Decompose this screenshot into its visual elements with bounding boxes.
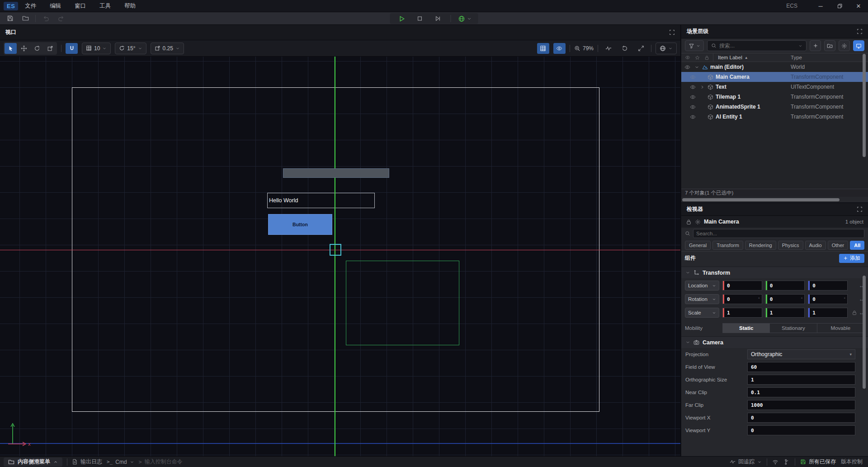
world-select-dropdown[interactable]	[458, 14, 472, 24]
select-tool-button[interactable]	[5, 43, 17, 54]
field-of-view-input[interactable]: 60	[747, 362, 855, 372]
tree-row-text[interactable]: Text UITextComponent	[681, 82, 868, 92]
close-button[interactable]: ✕	[849, 0, 868, 12]
location-x-input[interactable]: 0	[722, 281, 762, 291]
grid-snap-dropdown[interactable]: 10	[82, 43, 111, 54]
scale-x-input[interactable]: 1	[722, 308, 762, 318]
rotate-tool-button[interactable]	[31, 43, 43, 54]
gear-icon[interactable]	[695, 219, 701, 225]
uniform-scale-lock-icon[interactable]	[852, 310, 857, 315]
tree-row-animatedsprite[interactable]: AnimatedSprite 1 TransformComponent	[681, 102, 868, 112]
tree-row-tilemap[interactable]: Tilemap 1 TransformComponent	[681, 92, 868, 102]
chevron-right-icon[interactable]	[698, 85, 706, 90]
location-y-input[interactable]: 0	[765, 281, 805, 291]
save-button[interactable]	[5, 14, 15, 24]
scene-ui-button[interactable]: Button	[268, 214, 332, 235]
app-logo[interactable]: ES	[4, 2, 18, 10]
scale-space-dropdown[interactable]: Scale	[685, 308, 719, 318]
rotation-y-input[interactable]: 0°	[765, 294, 805, 304]
snap-toggle-button[interactable]	[66, 43, 78, 54]
eye-icon[interactable]	[687, 84, 698, 90]
rotation-z-input[interactable]: 0°	[808, 294, 848, 304]
display-sync-button[interactable]	[853, 40, 864, 51]
eye-icon[interactable]	[687, 114, 698, 120]
menu-edit[interactable]: 编辑	[43, 0, 68, 12]
stats-button[interactable]	[602, 43, 614, 54]
mobility-stationary[interactable]: Stationary	[769, 323, 817, 333]
hierarchy-vertical-scrollbar[interactable]	[863, 54, 866, 157]
viewport-world-dropdown[interactable]	[656, 43, 677, 54]
scene-green-rect[interactable]	[346, 261, 459, 345]
orthographic-size-input[interactable]: 1	[747, 375, 855, 385]
reset-view-button[interactable]	[618, 43, 631, 54]
undo-button[interactable]	[40, 14, 51, 24]
transform-section-header[interactable]: Transform	[681, 267, 868, 278]
fullscreen-button[interactable]	[635, 43, 647, 54]
rotation-snap-dropdown[interactable]: 15°	[115, 43, 146, 54]
filter-dropdown[interactable]	[685, 40, 704, 51]
eye-icon[interactable]	[687, 94, 698, 100]
redo-button[interactable]	[56, 14, 66, 24]
console-command-input[interactable]: > 输入控制台命令	[139, 458, 183, 466]
tab-transform[interactable]: Transform	[712, 241, 743, 250]
menu-file[interactable]: 文件	[18, 0, 43, 12]
gizmo-visibility-button[interactable]	[553, 43, 566, 54]
viewport-x-input[interactable]: 0	[747, 413, 855, 423]
rotation-space-dropdown[interactable]: Rotation	[685, 294, 719, 304]
grid-visibility-button[interactable]	[537, 43, 549, 54]
scale-y-input[interactable]: 1	[765, 308, 805, 318]
projection-dropdown[interactable]: Orthographic ▾	[747, 349, 855, 359]
tab-all[interactable]: All	[850, 241, 864, 250]
scale-snap-dropdown[interactable]: 0.25	[151, 43, 184, 54]
restore-button[interactable]	[830, 0, 849, 12]
play-button[interactable]	[396, 14, 407, 24]
mobility-static[interactable]: Static	[722, 323, 770, 333]
inspector-vertical-scrollbar[interactable]	[863, 276, 866, 389]
zoom-control[interactable]: 79%	[574, 45, 594, 52]
network-status-icon[interactable]	[772, 459, 778, 465]
chevron-down-icon[interactable]	[693, 65, 700, 70]
scene-canvas[interactable]: Hello World Button x	[0, 57, 680, 456]
open-folder-button[interactable]	[20, 14, 31, 24]
add-entity-button[interactable]	[810, 40, 821, 51]
tree-row-ai-entity[interactable]: AI Entity 1 TransformComponent	[681, 112, 868, 122]
tab-general[interactable]: General	[685, 241, 711, 250]
scale-tool-button[interactable]	[44, 43, 56, 54]
scene-gray-bar[interactable]	[283, 168, 389, 178]
selection-box[interactable]	[330, 244, 341, 256]
eye-icon[interactable]	[687, 74, 698, 80]
tab-rendering[interactable]: Rendering	[745, 241, 776, 250]
new-folder-button[interactable]	[824, 40, 835, 51]
scene-text-object[interactable]: Hello World	[267, 193, 375, 208]
near-clip-input[interactable]: 0.1	[747, 387, 855, 397]
column-item-label[interactable]: Item Label	[718, 55, 742, 60]
tab-physics[interactable]: Physics	[778, 241, 803, 250]
add-component-button[interactable]: 添加	[839, 254, 864, 263]
rotation-x-input[interactable]: 0°	[722, 294, 762, 304]
stop-button[interactable]	[415, 14, 425, 24]
tree-row-main[interactable]: main (Editor) World	[681, 62, 868, 72]
hierarchy-search-input[interactable]	[719, 43, 796, 49]
tab-audio[interactable]: Audio	[805, 241, 826, 250]
output-log-button[interactable]: 输出日志	[72, 458, 102, 466]
location-z-input[interactable]: 0	[808, 281, 848, 291]
save-status[interactable]: 所有已保存	[800, 458, 836, 466]
inspector-search-box[interactable]	[693, 229, 864, 238]
minimize-button[interactable]: ─	[811, 0, 830, 12]
horizontal-scrollbar[interactable]	[682, 198, 840, 201]
viewport-expand-icon[interactable]	[669, 29, 675, 35]
location-space-dropdown[interactable]: Location	[685, 281, 719, 291]
eye-icon[interactable]	[687, 104, 698, 110]
mobility-movable[interactable]: Movable	[817, 323, 864, 333]
lock-icon[interactable]	[686, 219, 692, 225]
menu-window[interactable]: 窗口	[68, 0, 93, 12]
hierarchy-expand-icon[interactable]	[857, 29, 863, 34]
step-button[interactable]	[433, 14, 443, 24]
scale-z-input[interactable]: 1	[808, 308, 848, 318]
content-drawer-button[interactable]: 内容侧滑菜单	[4, 457, 62, 467]
menu-help[interactable]: 帮助	[118, 0, 142, 12]
hierarchy-settings-button[interactable]	[839, 40, 850, 51]
menu-tools[interactable]: 工具	[93, 0, 118, 12]
cmd-dropdown[interactable]: >_ Cmd	[107, 459, 134, 465]
hierarchy-search-box[interactable]	[707, 40, 807, 51]
